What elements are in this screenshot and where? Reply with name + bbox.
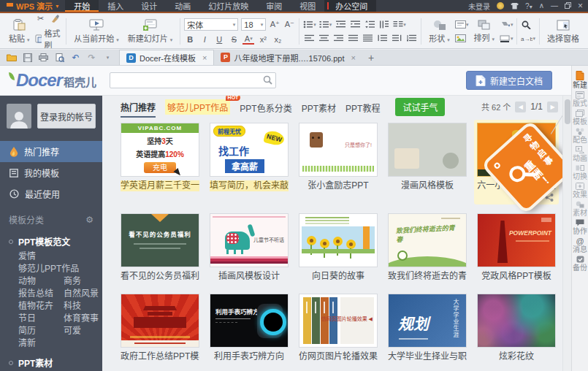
italic-button[interactable]: I (199, 34, 210, 45)
align-center-icon[interactable] (318, 33, 329, 44)
sidebar-item-my-templates[interactable]: 我的模板 (0, 162, 102, 183)
search-icon[interactable] (263, 75, 272, 87)
rail-item-layout[interactable]: 版式 (573, 91, 587, 107)
menu-tab-animation[interactable]: 动画 (166, 0, 199, 12)
strikethrough-button[interactable]: S (228, 34, 240, 45)
text-box-icon[interactable]: ▾ (455, 19, 469, 30)
category-link[interactable]: 可爱 (64, 325, 102, 337)
search-input[interactable] (110, 72, 276, 88)
template-thumbnail[interactable]: 大学学业生涯 规划 (388, 294, 467, 348)
section-title[interactable]: PPT素材 (9, 353, 102, 371)
collapse-ribbon-button[interactable]: ∧ (539, 2, 544, 9)
save-icon[interactable] (22, 53, 33, 63)
new-tab-button[interactable]: + (362, 50, 380, 65)
template-card[interactable]: 政府工作总结PPT模板 (121, 294, 199, 362)
new-blank-document-button[interactable]: 新建空白文档 (466, 71, 552, 90)
skin-icon[interactable] (511, 3, 519, 9)
picture-icon[interactable] (455, 33, 467, 44)
decrease-font-icon[interactable]: A⁻ (283, 19, 295, 30)
distribute-icon[interactable] (362, 33, 373, 44)
template-thumbnail[interactable]: POWERPOINT (477, 213, 556, 267)
category-link[interactable]: 自然风景 (64, 288, 102, 300)
template-card[interactable]: 利用手表巧辨方向 利用手表巧辨方向 (210, 294, 289, 362)
template-card[interactable]: VIPABC.COM 坚持3天 英语提高120% 充电 学英语月薪三千变一万 (121, 123, 199, 202)
underline-button[interactable]: U (213, 34, 225, 45)
font-color-button[interactable]: A▾ (243, 34, 254, 45)
category-link[interactable]: 商务 (64, 275, 102, 288)
outline-color-icon[interactable]: ▾ (500, 33, 513, 44)
quick-access-dropdown-icon[interactable]: ▾ (102, 53, 113, 63)
align-right-icon[interactable] (332, 33, 344, 44)
content-tab-materials[interactable]: PPT素材 (302, 97, 336, 117)
rail-item-template[interactable]: 模板 (573, 110, 587, 126)
columns-icon[interactable]: ▾ (393, 19, 406, 30)
category-link[interactable]: 体育赛事 (64, 313, 102, 325)
help-button[interactable]: ?▾ (525, 2, 532, 10)
rail-item-transition[interactable]: 切换 (573, 164, 587, 180)
section-title[interactable]: PPT模板范文 (9, 232, 102, 250)
print-preview-icon[interactable] (54, 53, 65, 63)
template-card[interactable]: 前程无忧 NEW 找工作 拿高薪 填写简历，机会来敲门 (210, 123, 289, 202)
close-tab-icon[interactable]: × (202, 53, 207, 62)
new-slide-button[interactable]: 新建幻灯片 ▾ (124, 18, 177, 45)
font-family-select[interactable]: 宋体▾ (184, 18, 238, 31)
rail-item-animation[interactable]: 动画 (573, 146, 587, 162)
category-link[interactable]: 爱情 (18, 250, 64, 263)
category-link[interactable]: 动物 (18, 275, 64, 288)
redo-icon[interactable]: ↷ (86, 53, 97, 63)
category-link[interactable]: 科技 (64, 300, 102, 313)
next-page-button[interactable]: ▶ (547, 102, 558, 112)
minimize-button[interactable]: — (551, 2, 558, 9)
coin-icon[interactable] (497, 2, 504, 9)
docer-logo[interactable]: Docer 稻壳儿 (9, 70, 96, 91)
open-folder-icon[interactable] (6, 53, 17, 63)
sidebar-item-recent[interactable]: 最近使用 (0, 183, 102, 204)
template-thumbnail[interactable] (477, 294, 556, 348)
template-card[interactable]: 炫彩花纹 (477, 294, 556, 362)
category-link[interactable]: 节日 (18, 313, 64, 325)
rail-item-effect[interactable]: 效果 (573, 183, 587, 199)
template-card[interactable]: 漫画风格模板 (388, 123, 467, 202)
category-link[interactable]: 清新 (18, 337, 64, 350)
template-card[interactable]: 看不见的公务员福利 看不见的公务员福利 (121, 213, 199, 282)
superscript-button[interactable]: x² (257, 34, 269, 45)
template-thumbnail[interactable] (388, 123, 467, 177)
bullet-list-icon[interactable]: ▾ (303, 19, 316, 30)
sidebar-item-hot[interactable]: 热门推荐 (0, 141, 102, 162)
avatar[interactable] (7, 104, 31, 129)
undo-icon[interactable]: ↶ (70, 53, 81, 63)
menu-tab-slideshow[interactable]: 幻灯片放映 (199, 0, 257, 12)
content-tab-hot[interactable]: 热门推荐 (121, 96, 156, 118)
menu-tab-view[interactable]: 视图 (291, 0, 324, 12)
rail-item-new[interactable]: 新建 (573, 71, 587, 89)
find-icon[interactable] (521, 19, 532, 30)
content-tab-stylish[interactable]: 够范儿PPT作品HOT (165, 99, 230, 115)
wps-menu-button[interactable]: WPS 演示 ▾ (0, 0, 65, 12)
increase-font-icon[interactable]: A⁺ (269, 19, 280, 30)
template-thumbnail[interactable] (299, 213, 378, 267)
content-tab-colors[interactable]: PPT色系分类 (240, 97, 291, 117)
template-thumbnail[interactable]: 仿网页图片轮播效果 ◀ (299, 294, 378, 348)
template-thumbnail[interactable]: 儿童节不听话 (210, 213, 289, 267)
template-thumbnail[interactable]: 只是想你了! (299, 123, 378, 177)
bold-button[interactable]: B (184, 34, 196, 45)
category-link[interactable]: 够范儿PPT作品 (18, 263, 102, 275)
numbered-list-icon[interactable]: ▾ (319, 19, 332, 30)
content-tab-tutorials[interactable]: PPT教程 (345, 97, 380, 117)
selection-pane-button[interactable]: 选择窗格 (543, 19, 583, 45)
template-card[interactable]: 仿网页图片轮播效果 ◀ 仿网页图片轮播效果 (299, 294, 378, 362)
login-status[interactable]: 未登录 (468, 1, 490, 12)
vertical-scrollbar[interactable] (562, 96, 571, 371)
lucky-button[interactable]: 试试手气 (395, 98, 445, 116)
gear-icon[interactable]: ⚙ (85, 215, 93, 225)
subscript-button[interactable]: x₂ (272, 34, 283, 45)
category-link[interactable]: 报告总结 (18, 288, 64, 300)
rail-item-color-scheme[interactable]: 配色 (573, 128, 587, 144)
template-card[interactable]: 儿童节不听话 插画风模板设计 (210, 213, 289, 282)
template-thumbnail[interactable]: 致我们终将逝去的青春 (388, 213, 467, 267)
play-from-current-button[interactable]: 从当前开始 ▾ (70, 18, 123, 45)
rail-item-backup[interactable]: 备份 (573, 256, 587, 272)
format-painter-button[interactable]: 格式刷 (35, 27, 63, 50)
rail-item-message[interactable]: @ 消息 (573, 237, 587, 253)
rail-item-material[interactable]: 素材 (573, 201, 587, 217)
